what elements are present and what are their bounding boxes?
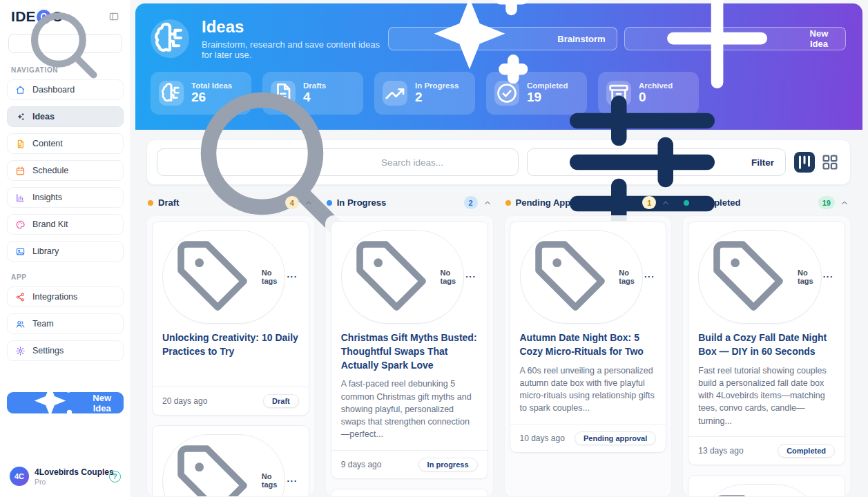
board-column-draft: Draft 4 No tags ... Unlocking Creativity… (146, 196, 315, 497)
account-name[interactable]: 4Lovebirds Couples (35, 467, 104, 477)
sidebar-item-brand-kit[interactable]: Brand Kit (7, 214, 124, 235)
sidebar-item-integrations[interactable]: Integrations (7, 286, 124, 307)
column-count-badge: 2 (464, 196, 478, 209)
idea-card[interactable]: No tags ... Autumn Date Night Box: 5 Coz… (510, 221, 667, 453)
sidebar-item-label: Library (32, 246, 59, 256)
sidebar-item-team[interactable]: Team (7, 313, 124, 334)
card-menu-icon[interactable]: ... (464, 273, 477, 280)
ideas-search[interactable] (157, 148, 519, 176)
page-title: Ideas (202, 17, 388, 37)
users-icon (15, 319, 26, 329)
tag-icon (169, 437, 258, 497)
brainstorm-button[interactable]: Brainstorm (388, 27, 617, 50)
sidebar-item-library[interactable]: Library (7, 241, 124, 262)
chevron-up-icon[interactable] (483, 198, 492, 208)
kanban-board: Draft 4 No tags ... Unlocking Creativity… (146, 196, 851, 497)
sidebar-item-label: Settings (32, 346, 64, 355)
column-count-badge: 1 (642, 196, 656, 209)
grid-view-button[interactable] (820, 152, 840, 173)
account-plan: Pro (35, 478, 104, 486)
card-menu-icon[interactable]: ... (643, 273, 656, 280)
sidebar-search[interactable] (8, 34, 122, 53)
status-dot (148, 200, 153, 206)
sidebar-item-ideas[interactable]: Ideas (7, 106, 124, 127)
board-column-completed: Completed 19 No tags ... Build a Cozy Fa… (682, 196, 851, 497)
column-header: Draft 4 (146, 196, 315, 209)
column-count-badge: 19 (818, 196, 835, 209)
sidebar-item-dashboard[interactable]: Dashboard (7, 79, 124, 100)
tag-icon (348, 233, 436, 321)
idea-card[interactable]: No tags ... Autumn Micro-Date Box: 7 Coz… (688, 475, 845, 497)
idea-card[interactable]: No tags ... Test Christmas Christmas Gif… (152, 425, 309, 497)
sidebar: IDEQO NAVIGATION Dashboard Ideas Content… (0, 0, 131, 497)
board-column-pending-approval: Pending Approval 1 No tags ... Autumn Da… (504, 196, 673, 497)
sidebar-item-settings[interactable]: Settings (7, 340, 124, 361)
card-status-badge: In progress (418, 458, 478, 471)
tags-pill: No tags (520, 230, 643, 324)
idea-card[interactable]: No tags ... Unlocking Creativity: 10 Dai… (152, 221, 309, 416)
check-circle-icon (494, 81, 519, 106)
column-header: In Progress 2 (325, 196, 494, 209)
view-toggle (794, 152, 840, 173)
image-icon (15, 246, 26, 257)
card-menu-icon[interactable]: ... (285, 273, 298, 280)
column-count-badge: 4 (285, 196, 299, 209)
tag-icon (705, 233, 793, 321)
column-title: In Progress (337, 197, 387, 208)
sparkles-icon (19, 369, 86, 436)
stat-card: In Progress 2 (374, 72, 475, 115)
new-idea-button[interactable]: New Idea (624, 27, 846, 50)
sidebar-item-label: Team (32, 319, 54, 329)
sidebar-new-idea-button[interactable]: New Idea (7, 392, 124, 413)
sidebar-collapse-icon[interactable] (108, 11, 119, 22)
brain-icon (151, 19, 189, 58)
stat-value: 2 (415, 90, 459, 105)
avatar[interactable]: 4C (10, 467, 29, 486)
tags-pill: No tags (698, 484, 821, 497)
column-body: No tags ... Build a Cozy Fall Date Night… (682, 215, 851, 497)
kanban-view-button[interactable] (794, 152, 815, 173)
card-menu-icon[interactable]: ... (822, 273, 835, 280)
status-dot (505, 200, 511, 206)
column-body: No tags ... Autumn Date Night Box: 5 Coz… (504, 215, 673, 497)
status-dot (684, 200, 689, 206)
card-status-badge: Completed (778, 444, 835, 458)
card-timestamp: 10 days ago (520, 433, 565, 443)
column-body: No tags ... Christmas Gift Myths Busted:… (325, 215, 494, 497)
chevron-up-icon[interactable] (304, 198, 314, 208)
card-description: A fast-paced reel debunking 5 common Chr… (341, 378, 478, 440)
tags-pill: No tags (162, 230, 285, 324)
filter-button[interactable]: Filter (527, 148, 786, 176)
home-icon (15, 85, 26, 95)
card-title: Build a Cozy Fall Date Night Box — DIY i… (698, 331, 835, 359)
sidebar-item-insights[interactable]: Insights (7, 187, 124, 208)
column-header: Pending Approval 1 (504, 196, 673, 209)
gear-icon (15, 346, 26, 356)
main-area: Ideas Brainstorm, research and save cont… (131, 0, 868, 497)
sidebar-item-content[interactable]: Content (7, 133, 124, 154)
chevron-up-icon[interactable] (840, 198, 849, 208)
column-header: Completed 19 (682, 196, 851, 209)
page-subtitle: Brainstorm, research and save content id… (202, 39, 388, 60)
tags-pill: No tags (162, 434, 285, 497)
sidebar-item-label: Content (32, 139, 63, 148)
account-row[interactable]: 4C 4Lovebirds Couples Pro ? (0, 467, 131, 497)
stat-label: In Progress (415, 81, 459, 90)
sidebar-item-schedule[interactable]: Schedule (7, 160, 124, 181)
ideas-search-input[interactable] (381, 157, 508, 168)
bar-chart-icon (15, 193, 26, 203)
sidebar-item-label: Schedule (32, 166, 68, 175)
sparkles-icon (15, 112, 26, 122)
chevron-up-icon[interactable] (661, 198, 671, 208)
help-icon[interactable]: ? (109, 471, 121, 483)
sidebar-item-label: Ideas (32, 112, 55, 121)
card-status-badge: Pending approval (575, 431, 656, 445)
idea-card[interactable]: No tags ... Test Christmas Christmas Gif… (331, 489, 488, 497)
card-menu-icon[interactable]: ... (285, 477, 298, 485)
card-title: Christmas Gift Myths Busted: Thoughtful … (341, 331, 478, 373)
calendar-icon (15, 166, 26, 176)
sidebar-item-label: Brand Kit (32, 220, 68, 229)
status-dot (327, 200, 332, 206)
idea-card[interactable]: No tags ... Build a Cozy Fall Date Night… (688, 221, 845, 465)
idea-card[interactable]: No tags ... Christmas Gift Myths Busted:… (331, 221, 488, 479)
